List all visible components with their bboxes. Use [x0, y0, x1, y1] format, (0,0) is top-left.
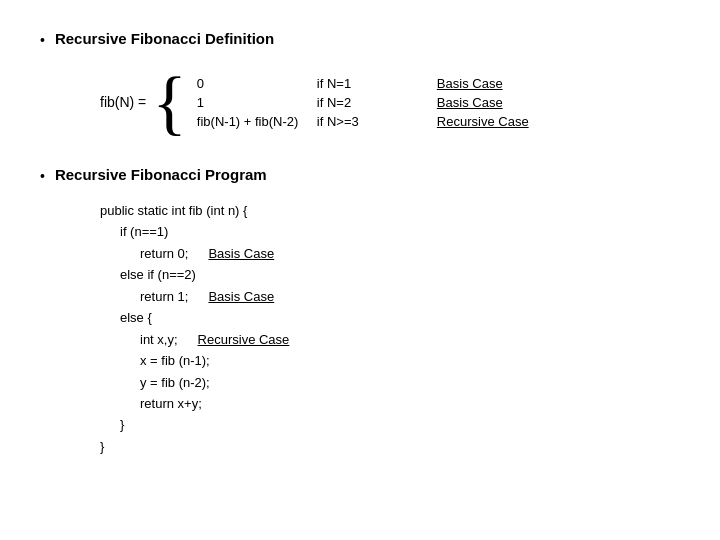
- case2-value: 1: [197, 95, 317, 110]
- code-text-7: x = fib (n-1);: [100, 350, 210, 371]
- code-text-1: if (n==1): [100, 221, 168, 242]
- code-text-4: return 1;: [100, 286, 188, 307]
- case2-label: Basis Case: [437, 95, 557, 110]
- code-text-3: else if (n==2): [100, 264, 196, 285]
- case1-cond: if N=1: [317, 76, 437, 91]
- case3-label: Recursive Case: [437, 114, 557, 129]
- code-annotation-6: Recursive Case: [198, 329, 290, 350]
- code-line-8: y = fib (n-2);: [100, 372, 680, 393]
- code-line-9: return x+y;: [100, 393, 680, 414]
- case2-cond: if N=2: [317, 95, 437, 110]
- code-line-3: else if (n==2): [100, 264, 680, 285]
- code-line-11: }: [100, 436, 680, 457]
- code-text-6: int x,y;: [100, 329, 178, 350]
- code-text-5: else {: [100, 307, 152, 328]
- code-line-7: x = fib (n-1);: [100, 350, 680, 371]
- case1-value: 0: [197, 76, 317, 91]
- code-text-9: return x+y;: [100, 393, 202, 414]
- program-header-row: • Recursive Fibonacci Program: [40, 166, 680, 184]
- code-line-4: return 1;Basis Case: [100, 286, 680, 307]
- code-line-0: public static int fib (int n) {: [100, 200, 680, 221]
- fib-definition: fib(N) = { 0 if N=1 Basis Case 1 if N=2 …: [100, 66, 680, 138]
- page: • Recursive Fibonacci Definition fib(N) …: [0, 0, 720, 515]
- case1-label: Basis Case: [437, 76, 557, 91]
- case3-cond: if N>=3: [317, 114, 437, 129]
- code-text-10: }: [100, 414, 124, 435]
- code-text-8: y = fib (n-2);: [100, 372, 210, 393]
- code-block: public static int fib (int n) {if (n==1)…: [100, 200, 680, 457]
- code-text-0: public static int fib (int n) {: [100, 200, 247, 221]
- code-text-11: }: [100, 436, 104, 457]
- code-annotation-2: Basis Case: [208, 243, 274, 264]
- brace-symbol: {: [152, 66, 187, 138]
- code-annotation-4: Basis Case: [208, 286, 274, 307]
- code-text-2: return 0;: [100, 243, 188, 264]
- program-section: • Recursive Fibonacci Program public sta…: [40, 166, 680, 457]
- code-line-1: if (n==1): [100, 221, 680, 242]
- definition-header-row: • Recursive Fibonacci Definition: [40, 30, 680, 48]
- fib-label: fib(N) =: [100, 94, 146, 110]
- case3-value: fib(N-1) + fib(N-2): [197, 114, 317, 129]
- bullet-1: •: [40, 32, 45, 48]
- fib-cases: 0 if N=1 Basis Case 1 if N=2 Basis Case …: [197, 76, 557, 129]
- definition-section: • Recursive Fibonacci Definition fib(N) …: [40, 30, 680, 138]
- bullet-2: •: [40, 168, 45, 184]
- code-line-6: int x,y;Recursive Case: [100, 329, 680, 350]
- code-line-2: return 0;Basis Case: [100, 243, 680, 264]
- code-line-5: else {: [100, 307, 680, 328]
- definition-title: Recursive Fibonacci Definition: [55, 30, 274, 47]
- program-title: Recursive Fibonacci Program: [55, 166, 267, 183]
- code-line-10: }: [100, 414, 680, 435]
